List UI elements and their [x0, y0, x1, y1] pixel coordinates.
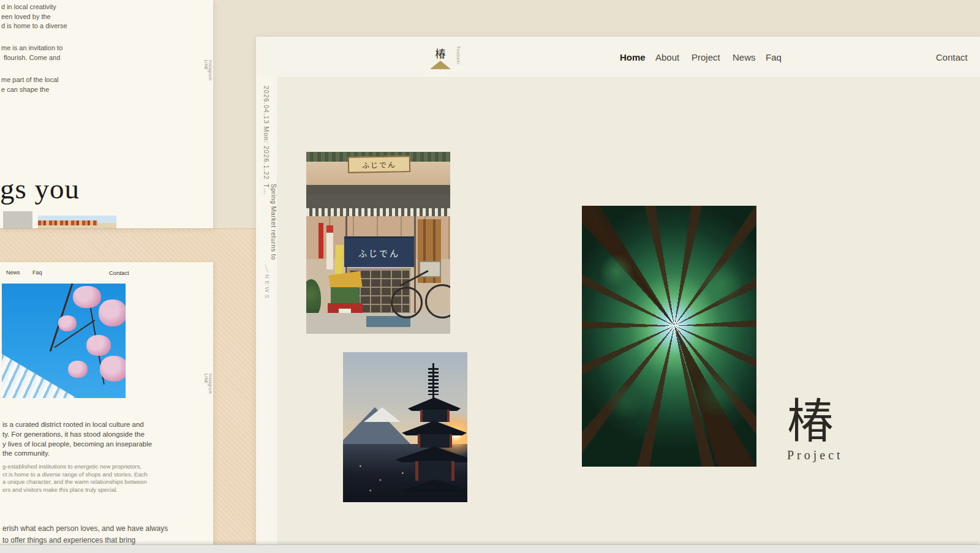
storefront-crate — [331, 287, 359, 303]
body-paragraph-line: g-established institutions to energetic … — [2, 463, 148, 471]
nav-item-faq[interactable]: Faq — [32, 269, 42, 276]
paragraph-fragment: me is an invitation to — [1, 43, 62, 53]
social-links-vertical: Facebook Instagram LINE — [204, 374, 213, 399]
news-title-vertical[interactable]: Spring Market returns to T… — [263, 184, 277, 265]
storefront-photo[interactable]: ふじでん ふじでん — [306, 152, 450, 334]
instagram-link[interactable]: Instagram — [208, 60, 213, 80]
window-bottom-bar — [0, 544, 980, 553]
storefront-banner — [318, 223, 323, 258]
nav-item-news[interactable]: News — [733, 52, 756, 62]
coastal-town-image[interactable] — [38, 216, 116, 228]
blossom-cluster — [99, 299, 126, 326]
blossom-cluster — [73, 286, 101, 308]
vertical-info-strip: 2026.04.13 Mon. 2026.1.22 Spring Market … — [256, 37, 277, 544]
artboard-top-left: d in local creativity een loved by the d… — [0, 0, 213, 228]
divider — [265, 265, 268, 273]
nav-item-about[interactable]: About — [655, 52, 679, 62]
paragraph-fragment: e can shape the — [1, 85, 59, 95]
secondary-nav: News Faq — [6, 269, 53, 276]
body-paragraph-line: erish what each person loves, and we hav… — [2, 523, 198, 535]
body-paragraph-line: y lives of local people, becoming an ins… — [2, 440, 152, 450]
main-artboard: 2026.04.13 Mon. 2026.1.22 Spring Market … — [256, 37, 980, 544]
instagram-link[interactable]: Instagram — [208, 374, 213, 394]
pagoda-fuji-sunset-photo[interactable] — [343, 352, 467, 502]
logo-kanji: 椿 — [430, 45, 451, 61]
today-date-vertical: 2026.04.13 Mon. — [263, 86, 270, 143]
pagoda-spire-rings — [428, 368, 439, 395]
body-paragraph-line: to offer things and experiences that bri… — [2, 535, 198, 544]
paragraph-fragment: d in local creativity — [1, 2, 67, 12]
paragraph-fragment: een loved by the — [1, 12, 67, 22]
paragraph-fragment: flourish. Come and — [1, 53, 62, 63]
body-paragraph-line: ct is home to a diverse range of shops a… — [2, 471, 148, 479]
body-paragraph-line: a unique character, and the warm relatio… — [2, 478, 148, 486]
pagoda-story — [418, 434, 452, 448]
cherry-blossom-fuji-image[interactable] — [2, 284, 126, 398]
pagoda-roof — [408, 397, 461, 411]
nav-item-contact[interactable]: Contact — [936, 52, 968, 62]
storefront-eave — [306, 185, 450, 194]
pagoda-story — [415, 461, 454, 481]
social-links-vertical: Facebook Instagram LINE — [204, 60, 213, 86]
coastal-town-buildings — [38, 220, 97, 226]
site-logo[interactable]: 椿 — [430, 45, 451, 69]
forest-canopy-photo[interactable] — [582, 206, 756, 467]
line-link[interactable]: LINE — [204, 374, 208, 394]
storefront-noren-curtain: ふじでん — [344, 236, 414, 267]
bicycle-wheel — [391, 287, 423, 318]
facebook-link[interactable]: Facebook — [213, 374, 213, 394]
facebook-link[interactable]: Facebook — [213, 60, 213, 80]
hero-heading-fragment: gs you — [0, 172, 80, 205]
body-paragraph-line: ty. For generations, it has stood alongs… — [2, 430, 152, 440]
news-date-vertical[interactable]: 2026.1.22 — [263, 146, 270, 180]
hero-subtitle: Project — [787, 448, 843, 462]
blossom-cluster — [86, 335, 111, 356]
blossom-cluster — [100, 356, 126, 382]
storefront-awning-stripes — [306, 208, 450, 216]
nav-item-contact[interactable]: Contact — [109, 269, 129, 276]
nav-item-project[interactable]: Project — [692, 52, 720, 62]
blossom-cluster — [58, 315, 77, 331]
logo-triangle-icon — [430, 61, 451, 69]
body-paragraph-line: ers and visitors make this place truly s… — [2, 486, 148, 494]
nav-item-faq[interactable]: Faq — [766, 52, 782, 62]
storefront-banner — [326, 225, 333, 269]
paragraph-fragment: me part of the local — [1, 75, 59, 85]
blossom-cluster — [68, 361, 88, 378]
news-section-label: NEWS — [264, 274, 270, 301]
logo-romaji-vertical: Tsubaki — [456, 46, 461, 65]
storefront-sign: ふじでん — [348, 156, 410, 173]
thumbnail-placeholder[interactable] — [3, 211, 32, 228]
nav-item-home[interactable]: Home — [620, 52, 646, 62]
paragraph-fragment: d is home to a diverse — [1, 21, 67, 31]
site-header: 椿 Tsubaki Home About Project News Faq Co… — [256, 37, 980, 77]
body-paragraph-line: is a curated district rooted in local cu… — [2, 420, 152, 430]
fuji-slope — [2, 347, 77, 398]
body-paragraph-line: the community. — [2, 449, 152, 459]
pagoda-story — [420, 410, 450, 422]
nav-item-news[interactable]: News — [6, 269, 20, 276]
storefront-plant — [306, 279, 321, 317]
line-link[interactable]: LINE — [204, 60, 208, 80]
artboard-bottom-left: News Faq Contact Facebook Instagram LINE… — [0, 262, 213, 544]
hero-kanji: 椿 — [787, 398, 834, 445]
foliage-overlay — [582, 206, 756, 467]
